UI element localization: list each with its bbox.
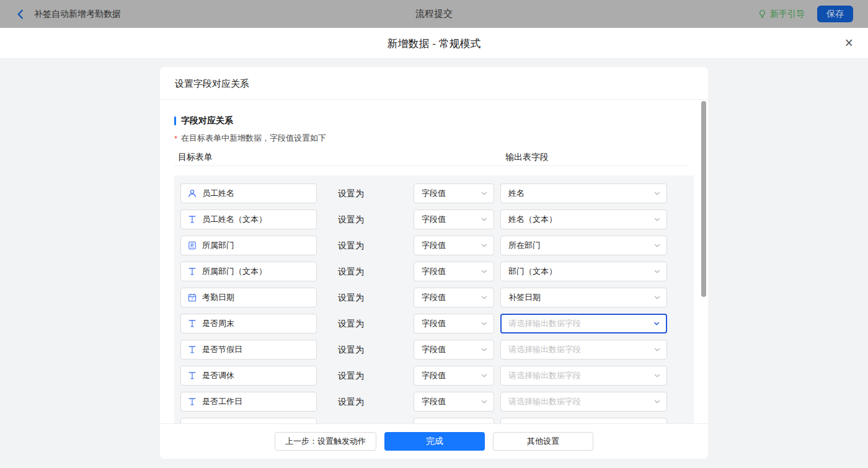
text-icon (187, 371, 197, 381)
target-field-box: 是否节假日 (180, 340, 317, 360)
chevron-down-icon (480, 372, 488, 379)
set-as-label: 设置为 (338, 236, 364, 255)
scrollbar-thumb[interactable] (701, 101, 706, 297)
value-type-select[interactable] (414, 418, 494, 423)
chevron-down-icon (653, 268, 661, 275)
target-field-box: 7考勤日期 (180, 288, 317, 307)
value-type-selected: 字段值 (422, 318, 446, 329)
chevron-down-icon (480, 346, 488, 353)
text-icon (187, 214, 197, 224)
column-header-target-form: 目标表单 (178, 152, 213, 163)
back-button[interactable] (15, 9, 26, 20)
chevron-down-icon (480, 398, 488, 405)
beginner-guide-link[interactable]: 新手引导 (758, 9, 805, 20)
output-field-value: 姓名 (508, 188, 525, 199)
chevron-down-icon (653, 346, 661, 353)
chevron-down-icon (480, 242, 488, 249)
value-type-selected: 字段值 (422, 292, 446, 303)
set-as-label: 设置为 (338, 366, 364, 386)
page-title: 补签自动新增考勤数据 (34, 9, 121, 20)
target-field-label: 所属部门（文本） (202, 266, 267, 277)
value-type-selected: 字段值 (422, 214, 446, 225)
chevron-down-icon (480, 216, 488, 223)
output-field-select[interactable]: 所在部门 (500, 236, 667, 255)
target-field-box: 是否周末 (180, 314, 317, 333)
target-field-label: 是否周末 (202, 318, 234, 329)
output-field-select[interactable]: 姓名（文本） (500, 210, 667, 229)
section-title: 字段对应关系 (174, 115, 233, 126)
target-field-label: 员工姓名 (202, 188, 234, 199)
field-mapping-row: 是否周末设置为字段值请选择输出数据字段 (180, 314, 694, 333)
card-scrollbar (701, 101, 706, 457)
target-field-label: 是否工作日 (202, 396, 242, 407)
output-field-value: 请选择输出数据字段 (508, 344, 581, 355)
chevron-down-icon (653, 216, 661, 223)
department-icon (187, 241, 197, 250)
set-as-label: 设置为 (338, 183, 364, 203)
text-icon (187, 267, 197, 276)
set-as-label: 设置为 (338, 314, 364, 333)
output-field-select[interactable]: 请选择输出数据字段 (500, 340, 667, 360)
text-icon (187, 397, 197, 407)
output-field-select[interactable]: 请选择输出数据字段 (500, 392, 667, 412)
description-text: 在目标表单中新增数据，字段值设置如下 (181, 133, 326, 144)
output-field-value: 所在部门 (508, 240, 541, 251)
output-field-value: 部门（文本） (508, 266, 557, 277)
chevron-down-icon (653, 320, 660, 327)
output-field-select[interactable]: 部门（文本） (500, 262, 667, 281)
value-type-select[interactable]: 字段值 (414, 210, 494, 229)
column-header-output-fields: 输出表字段 (505, 152, 549, 163)
text-icon (187, 319, 197, 329)
output-field-select[interactable]: 姓名 (500, 183, 667, 203)
output-field-value: 补签日期 (508, 292, 541, 303)
value-type-selected: 字段值 (422, 370, 446, 381)
save-button[interactable]: 保存 (817, 6, 853, 22)
value-type-selected: 字段值 (422, 188, 446, 199)
value-type-select[interactable]: 字段值 (414, 236, 494, 255)
field-mapping-row: 所属部门设置为字段值所在部门 (180, 236, 694, 255)
chevron-down-icon (653, 190, 661, 197)
card-header-title: 设置字段对应关系 (160, 67, 708, 100)
set-as-label: 设置为 (338, 262, 364, 281)
card-footer: 上一步：设置触发动作 完成 其他设置 (160, 423, 708, 459)
target-field-label: 所属部门 (202, 240, 234, 251)
output-field-select[interactable] (500, 418, 667, 423)
field-mapping-row: 员工姓名设置为字段值姓名 (180, 183, 694, 203)
finish-button[interactable]: 完成 (384, 432, 485, 451)
target-field-box: 是否调休 (180, 366, 317, 386)
field-mapping-card: 设置字段对应关系 字段对应关系 * 在目标表单中新增数据，字段值设置如下 目标表… (160, 67, 708, 459)
chevron-down-icon (653, 294, 661, 301)
value-type-selected: 字段值 (422, 344, 446, 355)
chevron-down-icon (480, 268, 488, 275)
output-field-select[interactable]: 补签日期 (500, 288, 667, 307)
value-type-select[interactable]: 字段值 (414, 262, 494, 281)
output-field-select[interactable]: 请选择输出数据字段 (500, 314, 667, 333)
beginner-guide-label: 新手引导 (770, 9, 805, 20)
user-icon (187, 188, 197, 198)
field-mapping-row (180, 418, 694, 423)
set-as-label: 设置为 (338, 210, 364, 229)
output-field-select[interactable]: 请选择输出数据字段 (500, 366, 667, 386)
chevron-down-icon (653, 372, 661, 379)
output-field-value: 请选择输出数据字段 (508, 318, 581, 329)
set-as-label: 设置为 (338, 392, 364, 412)
section-title-label: 字段对应关系 (181, 115, 233, 126)
chevron-left-icon (15, 9, 26, 20)
value-type-select[interactable]: 字段值 (414, 183, 494, 203)
value-type-select[interactable]: 字段值 (414, 366, 494, 386)
value-type-select[interactable]: 字段值 (414, 392, 494, 412)
value-type-selected: 字段值 (422, 266, 446, 277)
value-type-select[interactable]: 字段值 (414, 288, 494, 307)
value-type-select[interactable]: 字段值 (414, 314, 494, 333)
output-field-value: 请选择输出数据字段 (508, 396, 581, 407)
target-field-box: 员工姓名（文本） (180, 210, 317, 229)
value-type-select[interactable]: 字段值 (414, 340, 494, 360)
close-icon[interactable]: × (845, 33, 853, 52)
topbar: 补签自动新增考勤数据 流程提交 新手引导 保存 (0, 0, 868, 28)
target-field-box: 员工姓名 (180, 183, 317, 203)
field-mapping-row: 所属部门（文本）设置为字段值部门（文本） (180, 262, 694, 281)
field-mapping-row: 是否调休设置为字段值请选择输出数据字段 (180, 366, 694, 386)
prev-step-button[interactable]: 上一步：设置触发动作 (275, 432, 376, 451)
svg-text:7: 7 (191, 296, 193, 301)
other-settings-button[interactable]: 其他设置 (493, 432, 593, 451)
